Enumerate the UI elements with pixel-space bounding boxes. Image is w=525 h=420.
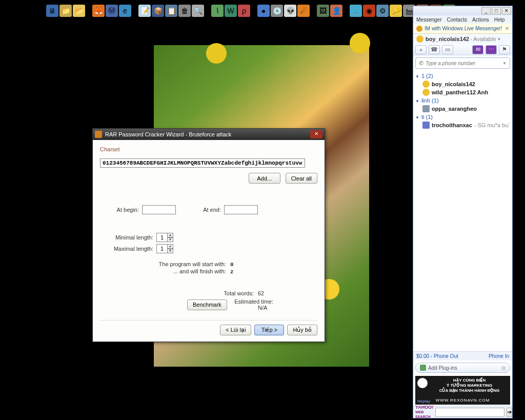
taskbar-icon[interactable]: ● [257,5,270,17]
minimize-icon[interactable]: _ [481,7,491,14]
contacts-list: 1 (2) boy_nicolais142 wild_panther112 An… [413,71,512,351]
smiley-icon [416,35,423,43]
phone-out-right[interactable]: Phone In [489,353,509,359]
gear-icon[interactable]: ⚙ [376,5,389,17]
back-button[interactable]: < Lùi lại [220,325,251,335]
contact-item[interactable]: wild_panther112 Anh [415,88,510,96]
spin-down-icon[interactable]: ▼ [167,237,173,242]
taskbar-icon[interactable]: 🖼 [317,5,329,17]
menu-help[interactable]: Help [494,17,505,23]
add-contact-button[interactable]: + [415,45,427,54]
charset-input[interactable] [100,158,305,168]
messenger-user-row[interactable]: boy_nicolais142 - Available ▼ [413,34,512,44]
desktop-taskbar: 🖥 📁 📂 🦊 Ⓜ e 📝 📦 📋 🗑 🔍 ⌇ W ρ ● 💿 👽 ☄ 🖼 👤 … [46,4,455,17]
contact-group[interactable]: linh (1) [415,96,510,105]
app-icon [95,131,102,138]
messenger-window: _ □ ✕ Messenger Contacts Actions Help IM… [413,6,513,418]
contact-item[interactable]: oppa_sarangheo [415,105,510,113]
chevron-down-icon[interactable]: ▼ [502,61,507,66]
est-time-value: N/A [258,305,273,311]
smiley-icon [422,81,430,88]
taskbar-icon[interactable]: 🗑 [178,5,191,17]
min-length-label: Minimal length: [100,234,153,241]
taskbar-icon[interactable]: 💿 [271,5,283,17]
rar-cracker-dialog: RAR Password Cracker Wizard - Bruteforce… [92,128,325,342]
user-name: boy_nicolais142 [426,36,469,42]
messenger-toolbar: + ☎ ▭ ✉ ⋯ ⚑ [413,44,512,55]
replay-link[interactable]: Replay [417,399,430,404]
messenger-menubar: Messenger Contacts Actions Help [413,15,512,24]
taskbar-icon[interactable]: ☄ [297,5,310,17]
next-button[interactable]: Tiếp > [254,325,284,335]
taskbar-icon[interactable]: 📝 [138,5,151,17]
taskbar-icon[interactable]: 🐦 [350,5,362,17]
spin-down-icon[interactable]: ▼ [167,249,173,253]
menu-actions[interactable]: Actions [472,17,489,23]
taskbar-icon[interactable]: 🔑 [390,5,402,17]
menu-contacts[interactable]: Contacts [447,17,467,23]
search-input[interactable] [435,408,504,417]
contact-group[interactable]: ti (1) [415,113,510,121]
max-length-input[interactable] [156,244,168,253]
messenger-logo-icon [416,26,422,32]
add-plugins-button[interactable]: Add Plug-ins ⊙ [415,363,510,373]
banner-text: IM with Windows Live Messenger! [425,26,502,31]
search-go-button[interactable]: ➔ [507,408,512,417]
finish-with-label: ... and will finish with: [173,268,226,274]
at-end-input[interactable] [224,205,258,214]
maximize-icon[interactable]: □ [492,7,501,14]
dialog-title: RAR Password Cracker Wizard - Bruteforce… [105,131,310,137]
ad-banner[interactable]: HÃY CÙNG BIẾN Ý TƯỞNG MARKETING CỦA BẠN … [415,376,510,405]
contact-group[interactable]: 1 (2) [415,72,510,80]
close-icon[interactable]: ✕ [310,130,322,138]
chevron-icon: ⊙ [501,365,506,371]
messenger-banner[interactable]: IM with Windows Live Messenger! ✕ [413,24,512,34]
spin-up-icon[interactable]: ▲ [167,233,173,237]
taskbar-icon[interactable]: 👽 [284,5,296,17]
benchmark-button[interactable]: Benchmark [187,299,227,310]
taskbar-icon[interactable]: 📦 [152,5,164,17]
total-words-label: Total words: [224,290,254,296]
taskbar-icon[interactable]: ◉ [363,5,375,17]
avatar-icon [422,105,430,112]
contact-item[interactable]: trochoithanxac- SG mu*a bu`n e'o c [415,121,510,129]
maxthon-icon[interactable]: Ⓜ [106,5,118,17]
taskbar-icon[interactable]: W [225,5,237,17]
close-icon[interactable]: ✕ [502,7,511,14]
start-with-label: The program will start with: [159,261,226,267]
tool-icon[interactable]: ⚑ [499,45,510,54]
at-begin-input[interactable] [142,205,176,214]
cancel-button[interactable]: Hủy bỏ [287,325,317,335]
taskbar-icon[interactable]: 📋 [165,5,177,17]
taskbar-icon[interactable]: 👤 [330,5,342,17]
min-length-input[interactable] [156,233,168,242]
user-status: - Available [470,36,496,42]
messenger-titlebar[interactable]: _ □ ✕ [413,6,512,15]
banner-close-icon[interactable]: ✕ [505,26,509,31]
add-button[interactable]: Add... [249,173,280,184]
sms-button[interactable]: ☎ [429,45,440,54]
contact-item[interactable]: boy_nicolais142 [415,80,510,88]
spin-up-icon[interactable]: ▲ [167,244,173,249]
chat-icon[interactable]: ⋯ [486,45,497,54]
firefox-icon[interactable]: 🦊 [92,5,105,17]
dialog-titlebar[interactable]: RAR Password Cracker Wizard - Bruteforce… [93,129,325,140]
phone-input[interactable] [426,61,502,66]
addressbook-button[interactable]: ▭ [442,45,453,54]
phone-out-bar: $0.00 - Phone Out Phone In [413,351,512,361]
ie-icon[interactable]: e [119,5,131,17]
taskbar-icon[interactable]: 📂 [73,5,85,17]
taskbar-icon[interactable]: 🖥 [46,5,58,17]
taskbar-icon[interactable]: ⌇ [211,5,224,17]
total-words-value: 62 [258,290,273,296]
menu-messenger[interactable]: Messenger [416,17,441,23]
taskbar-icon[interactable]: ρ [238,5,250,17]
taskbar-icon[interactable]: 📁 [59,5,72,17]
clear-all-button[interactable]: Clear all [286,173,317,184]
search-icon[interactable]: 🔍 [192,5,204,17]
chevron-down-icon[interactable]: ▼ [497,37,501,42]
phone-out-left[interactable]: $0.00 - Phone Out [416,353,458,359]
phone-input-row[interactable]: ✆ ▼ [415,57,510,69]
mail-icon[interactable]: ✉ [472,45,483,54]
at-begin-label: At begin: [100,207,139,213]
